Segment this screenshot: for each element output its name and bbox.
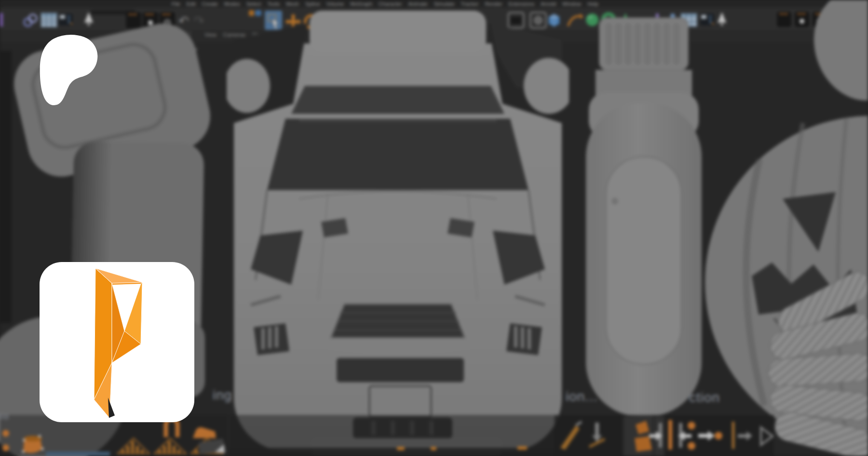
caption-fragment-right: ction xyxy=(689,390,720,405)
undo-icon[interactable]: ↶ xyxy=(178,14,189,28)
bottom-toolbar-center xyxy=(229,415,557,456)
patreon-logomark[interactable] xyxy=(37,35,100,105)
redo-icon[interactable]: ↷ xyxy=(194,14,204,28)
pen-tool-icon[interactable] xyxy=(0,13,3,27)
creator-logo xyxy=(94,268,144,419)
render-view-button[interactable] xyxy=(126,13,141,28)
link-icon[interactable] xyxy=(24,14,37,26)
left-panel-edge xyxy=(0,51,12,323)
bottom-toolbar-right xyxy=(555,415,774,456)
caption-fragment-left: ing xyxy=(213,387,232,403)
pumpkin-model xyxy=(702,0,868,456)
caption-fragment-center: ion... xyxy=(566,389,598,404)
coordinates-panel-icon[interactable] xyxy=(59,14,73,26)
timeline-fragment xyxy=(46,452,110,456)
spreadsheet-grid-icon[interactable] xyxy=(41,13,57,27)
tool-fragment xyxy=(195,437,231,456)
creator-avatar-card[interactable] xyxy=(40,262,194,422)
car-model xyxy=(227,10,569,456)
caption-fragment-far-left: tio xyxy=(0,411,9,422)
